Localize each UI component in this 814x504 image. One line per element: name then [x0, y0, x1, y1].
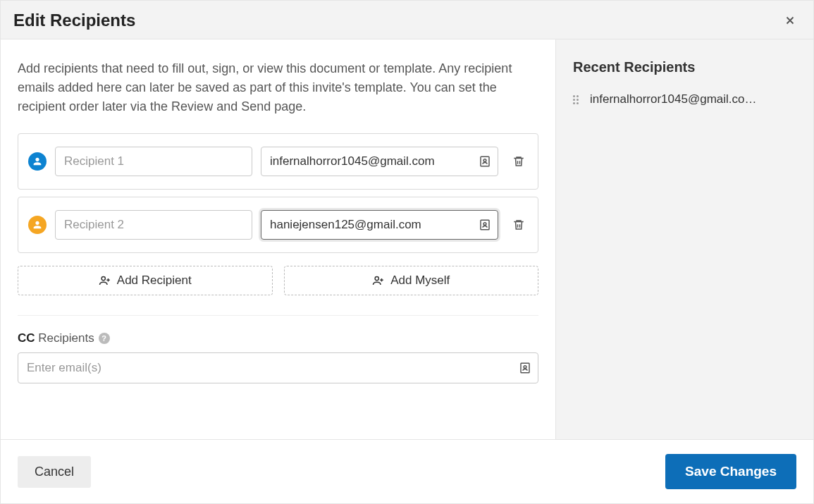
- recipient-email-input[interactable]: [261, 210, 498, 240]
- person-plus-icon: [99, 274, 111, 287]
- add-myself-button[interactable]: Add Myself: [284, 266, 539, 295]
- trash-icon[interactable]: [512, 219, 525, 231]
- right-pane: Recent Recipients infernalhorror1045@gma…: [556, 39, 813, 439]
- add-recipient-button[interactable]: Add Recipient: [18, 266, 273, 295]
- cc-rest: Recipients: [38, 331, 94, 345]
- recipient-row: [18, 133, 538, 190]
- svg-point-1: [483, 159, 486, 162]
- recipient-email-input[interactable]: [261, 147, 498, 176]
- modal-body: Add recipients that need to fill out, si…: [1, 39, 813, 439]
- cc-label: CC Recipients ?: [18, 331, 538, 345]
- cc-input[interactable]: [18, 352, 538, 383]
- intro-text: Add recipients that need to fill out, si…: [18, 59, 538, 116]
- email-input-wrap: [261, 147, 498, 176]
- person-plus-icon: [372, 274, 385, 287]
- recent-recipients-title: Recent Recipients: [573, 59, 796, 75]
- modal-footer: Cancel Save Changes: [1, 439, 813, 503]
- address-book-icon[interactable]: [479, 155, 491, 168]
- add-myself-label: Add Myself: [390, 273, 450, 288]
- cc-bold: CC: [18, 331, 35, 345]
- modal-header: Edit Recipients: [1, 1, 813, 39]
- recipient-avatar: [28, 152, 47, 171]
- person-icon: [32, 156, 43, 167]
- svg-point-3: [483, 223, 486, 226]
- svg-point-4: [101, 276, 105, 280]
- drag-handle-icon[interactable]: [573, 95, 581, 104]
- add-recipient-label: Add Recipient: [117, 273, 192, 288]
- svg-point-5: [375, 276, 378, 280]
- email-input-wrap: [261, 210, 498, 240]
- close-icon[interactable]: [784, 14, 796, 27]
- recent-recipient-item[interactable]: infernalhorror1045@gmail.co…: [573, 88, 796, 111]
- recent-email: infernalhorror1045@gmail.co…: [590, 92, 756, 106]
- edit-recipients-modal: Edit Recipients Add recipients that need…: [0, 0, 814, 504]
- svg-point-7: [524, 366, 526, 369]
- add-buttons-row: Add Recipient Add Myself: [18, 266, 538, 295]
- recipient-avatar: [28, 216, 47, 234]
- save-changes-button[interactable]: Save Changes: [665, 454, 796, 489]
- person-icon: [32, 219, 43, 231]
- recipient-name-input[interactable]: [55, 147, 252, 176]
- recipient-row: [18, 197, 538, 253]
- cancel-button[interactable]: Cancel: [18, 456, 91, 488]
- address-book-icon[interactable]: [519, 362, 531, 374]
- recipient-name-input[interactable]: [55, 210, 252, 240]
- left-pane: Add recipients that need to fill out, si…: [1, 39, 556, 439]
- trash-icon[interactable]: [512, 155, 525, 168]
- cc-input-wrap: [18, 352, 538, 383]
- modal-title: Edit Recipients: [13, 11, 135, 30]
- address-book-icon[interactable]: [479, 219, 491, 231]
- separator: [18, 315, 538, 316]
- help-icon[interactable]: ?: [99, 333, 110, 344]
